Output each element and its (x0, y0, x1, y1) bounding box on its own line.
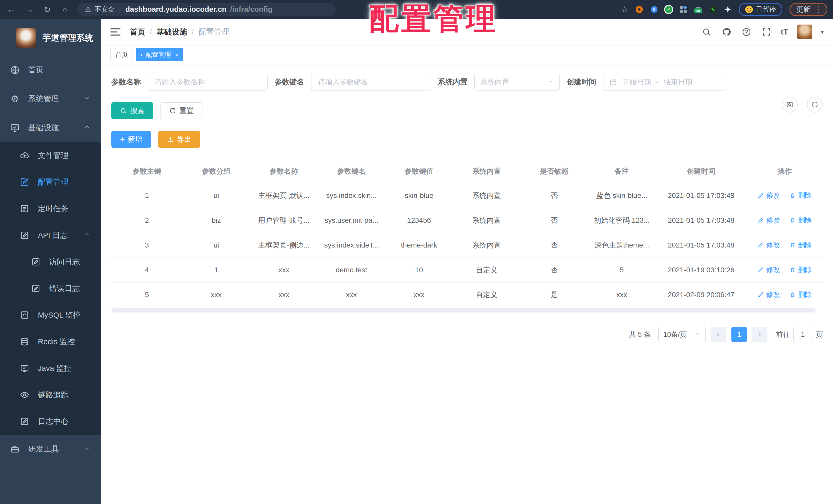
chevron-down-icon (695, 331, 701, 338)
edit-link[interactable]: 修改 (758, 241, 780, 250)
extension-grid-icon[interactable] (680, 6, 687, 13)
browser-home-button[interactable]: ⌂ (60, 4, 71, 14)
tag-home[interactable]: 首页 (110, 48, 133, 61)
sidebar-item-home[interactable]: 首页 (0, 55, 101, 84)
sidebar-item-scheduled-jobs[interactable]: 定时任务 (0, 195, 101, 222)
help-icon[interactable] (741, 26, 752, 37)
refresh-icon (169, 107, 176, 114)
date-end-placeholder: 结束日期 (664, 77, 692, 87)
page-size-select[interactable]: 10条/页 (658, 327, 706, 342)
sidebar-item-api-logs[interactable]: API 日志 (0, 222, 101, 249)
param-key-label: 参数键名 (275, 77, 304, 87)
prev-page-button[interactable] (711, 327, 726, 342)
sidebar-item-label: 配置管理 (38, 177, 69, 187)
delete-link[interactable]: 删除 (789, 241, 812, 250)
chevron-up-icon (84, 124, 90, 132)
breadcrumb-current: 配置管理 (198, 27, 229, 37)
add-button[interactable]: + 新增 (111, 131, 151, 148)
sidebar-item-access-logs[interactable]: 访问日志 (0, 249, 101, 275)
breadcrumb-infra[interactable]: 基础设施 (157, 27, 187, 37)
trash-icon (789, 242, 796, 248)
pagination: 共 5 条 10条/页 1 前往 页 (111, 327, 823, 342)
address-bar[interactable]: ⚠ 不安全 | dashboard.yudao.iocoder.cn/infra… (77, 3, 336, 16)
refresh-table-button[interactable] (807, 97, 823, 112)
github-icon[interactable] (721, 26, 732, 37)
infra-submenu: 文件管理 配置管理 定时任务 API 日志 (0, 142, 101, 435)
toggle-search-button[interactable] (782, 97, 798, 112)
edit-link[interactable]: 修改 (758, 216, 780, 225)
created-label: 创建时间 (567, 77, 596, 87)
paused-label: 已暂停 (756, 5, 776, 14)
extension-on-badge-icon[interactable]: on (694, 6, 702, 13)
param-key-input[interactable] (311, 74, 431, 91)
sidebar-item-java-monitor[interactable]: Java 监控 (0, 355, 101, 381)
sidebar-item-system[interactable]: ⚙ 系统管理 (0, 84, 101, 113)
breadcrumb: 首页 / 基础设施 / 配置管理 (130, 27, 229, 37)
sidebar-item-label: 文件管理 (38, 150, 69, 161)
sidebar-item-label: 错误日志 (49, 283, 80, 294)
mysql-icon (19, 309, 30, 321)
page-number-1[interactable]: 1 (731, 327, 747, 342)
sidebar-item-mysql-monitor[interactable]: MySQL 监控 (0, 302, 101, 328)
avatar-caret-icon[interactable]: ▾ (821, 28, 824, 35)
sidebar-item-tracing[interactable]: 链路追踪 (0, 381, 101, 408)
globe-icon (9, 65, 21, 76)
builtin-select[interactable]: 系统内置 (474, 74, 560, 91)
search-button[interactable]: 搜索 (111, 102, 153, 119)
date-start-placeholder: 开始日期 (622, 77, 651, 87)
sidebar-item-infra[interactable]: 基础设施 (0, 113, 101, 142)
sidebar-collapse-icon[interactable] (110, 28, 121, 35)
extension-donut-icon[interactable] (636, 6, 643, 13)
monitor-check-icon (9, 122, 21, 133)
sidebar-item-label: API 日志 (38, 230, 68, 241)
browser-forward-button[interactable]: → (24, 4, 35, 14)
date-range-picker[interactable]: 开始日期 - 结束日期 (603, 74, 726, 91)
tag-close-icon[interactable]: × (175, 51, 178, 58)
sidebar-item-file-management[interactable]: 文件管理 (0, 142, 101, 169)
kebab-menu-icon[interactable]: ⋮ (814, 5, 822, 14)
browser-update-button[interactable]: 更新 ⋮ (789, 3, 827, 16)
delete-link[interactable]: 删除 (789, 216, 812, 225)
tag-config-active[interactable]: ● 配置管理 × (136, 48, 183, 61)
paused-extension-pill[interactable]: 已暂停 (739, 3, 782, 16)
edit-link[interactable]: 修改 (758, 191, 780, 200)
sidebar-item-log-center[interactable]: 日志中心 (0, 408, 101, 435)
sidebar-item-dev-tools[interactable]: 研发工具 (0, 435, 101, 463)
delete-link[interactable]: 删除 (789, 191, 812, 200)
config-table: 参数主键 参数分组 参数名称 参数键名 参数键值 系统内置 是否敏感 备注 创建… (111, 159, 823, 307)
calendar-icon (609, 78, 617, 86)
sidebar-item-error-logs[interactable]: 错误日志 (0, 275, 101, 302)
sidebar-item-redis-monitor[interactable]: Redis 监控 (0, 328, 101, 355)
next-page-button[interactable] (752, 327, 767, 342)
extension-paw-icon[interactable] (724, 6, 732, 13)
extension-pin-icon[interactable] (650, 6, 658, 13)
horizontal-scrollbar[interactable] (111, 308, 816, 312)
font-size-icon[interactable]: tT (781, 28, 788, 36)
bookmark-star-icon[interactable]: ☆ (621, 5, 628, 14)
edit-link[interactable]: 修改 (758, 265, 780, 274)
breadcrumb-home[interactable]: 首页 (130, 27, 145, 37)
pencil-icon (758, 242, 764, 248)
sidebar-item-label: 链路追踪 (38, 390, 69, 400)
search-icon[interactable] (701, 26, 712, 37)
app-logo-row[interactable]: 芋道管理系统 (0, 19, 101, 55)
fullscreen-icon[interactable] (761, 26, 772, 37)
reset-button[interactable]: 重置 (161, 102, 203, 119)
user-avatar[interactable] (797, 25, 812, 40)
pencil-icon (758, 291, 764, 298)
extension-sprout-icon[interactable] (709, 6, 717, 13)
delete-link[interactable]: 删除 (789, 290, 812, 299)
param-name-input[interactable] (148, 74, 268, 91)
delete-link[interactable]: 删除 (789, 265, 812, 274)
search-icon (120, 107, 127, 114)
log-edit-icon (30, 256, 42, 268)
monitor-icon (19, 362, 30, 374)
edit-link[interactable]: 修改 (758, 290, 780, 299)
goto-page-input[interactable] (793, 327, 812, 342)
extension-check-icon[interactable]: ✓ (665, 6, 672, 13)
browser-back-button[interactable]: ← (6, 4, 17, 14)
export-button[interactable]: 导出 (158, 131, 200, 148)
log-edit-icon (19, 416, 30, 427)
browser-reload-button[interactable]: ↻ (42, 4, 53, 15)
sidebar-item-config-management[interactable]: 配置管理 (0, 169, 101, 195)
